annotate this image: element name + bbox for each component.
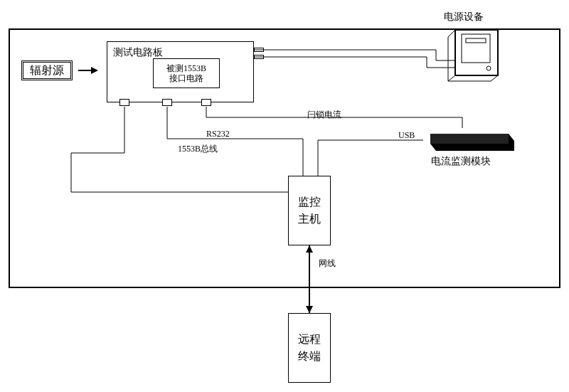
net-arrow-down-head xyxy=(306,306,313,313)
net-arrow-up-head xyxy=(306,245,313,253)
svg-marker-20 xyxy=(448,30,455,81)
rs232-label: RS232 xyxy=(206,129,230,139)
radiation-arrow xyxy=(78,67,98,74)
test-board-stub xyxy=(254,55,264,59)
board-port-left xyxy=(119,99,129,106)
remote-terminal-label: 远程 终端 xyxy=(298,331,321,365)
svg-point-25 xyxy=(486,66,491,70)
test-board-label: 测试电路板 xyxy=(113,46,163,59)
svg-rect-24 xyxy=(466,38,486,43)
power-supply-caption: 电源设备 xyxy=(444,11,484,23)
svg-line-22 xyxy=(491,75,498,81)
dut-1553b-box: 被测1553B 接口电路 xyxy=(153,58,220,88)
monitor-host-box: 监控 主机 xyxy=(288,176,331,245)
monitor-host-label: 监控 主机 xyxy=(298,194,321,228)
bus-1553b-label: 1553B总线 xyxy=(178,143,218,155)
current-monitor-caption: 电流监测模块 xyxy=(431,155,491,168)
net-cable-label: 网线 xyxy=(319,258,336,270)
remote-terminal-box: 远程 终端 xyxy=(288,313,331,383)
svg-marker-27 xyxy=(430,134,509,144)
test-board-stub xyxy=(254,48,264,52)
latch-current-label: 闩锁电流 xyxy=(307,109,341,121)
radiation-source-box: 辐射源 xyxy=(21,60,73,80)
power-supply-icon xyxy=(437,26,501,83)
dut-1553b-label: 被测1553B 接口电路 xyxy=(166,63,206,84)
radiation-source-label: 辐射源 xyxy=(30,63,64,78)
current-monitor-icon xyxy=(423,128,516,157)
board-port-right xyxy=(201,99,211,106)
board-port-middle xyxy=(162,99,172,106)
usb-label: USB xyxy=(398,130,415,141)
